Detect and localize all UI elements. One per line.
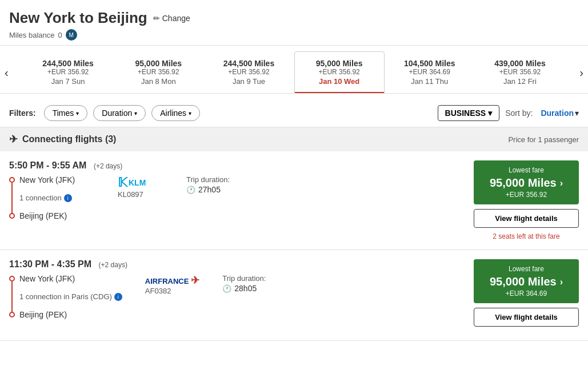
- connection-0: 1 connection i: [19, 194, 95, 202]
- times-filter-button[interactable]: Times ▾: [44, 105, 88, 121]
- duration-filter-button[interactable]: Duration ▾: [93, 105, 146, 121]
- klm-logo-0: 𝕂 KLM: [118, 175, 146, 190]
- sort-chevron-icon: ▾: [575, 108, 579, 118]
- route-left-1: New York (JFK) 1 connection in Paris (CD…: [9, 274, 122, 319]
- date-strip: 244,500 Miles +EUR 356.92 Jan 7 Sun 95,0…: [23, 51, 565, 93]
- view-details-button-0[interactable]: View flight details: [474, 209, 579, 228]
- route-column-1: New York (JFK) 1 connection in Paris (CD…: [9, 274, 465, 319]
- origin-dot-1: [9, 276, 15, 281]
- origin-city-0: New York (JFK): [19, 175, 95, 184]
- route-line-0: [11, 183, 13, 213]
- seats-left-0: 2 seats left at this fare: [493, 232, 559, 240]
- date-cell-2[interactable]: 244,500 Miles +EUR 356.92 Jan 9 Tue: [203, 51, 294, 93]
- connection-info-icon-1[interactable]: i: [114, 293, 122, 301]
- filters-bar: Filters: Times ▾ Duration ▾ Airlines ▾ B…: [0, 99, 588, 127]
- miles-balance-icon: M: [66, 29, 77, 41]
- duration-value-1: 🕐 28h05: [222, 284, 291, 293]
- page-title: New York to Beijing ✏ Change: [9, 9, 579, 27]
- results-header: ✈ Connecting flights (3) Price for 1 pas…: [0, 127, 588, 151]
- date-cell-3[interactable]: 95,000 Miles +EUR 356.92 Jan 10 Wed: [294, 51, 385, 93]
- cabin-chevron-icon: ▾: [488, 108, 492, 118]
- connection-1: 1 connection in Paris (CDG) i: [19, 292, 122, 301]
- origin-dot-0: [9, 177, 15, 183]
- flight-card-0: 5:50 PM - 9:55 AM (+2 days) New York (JF…: [0, 151, 588, 250]
- duration-chevron-icon: ▾: [134, 110, 137, 116]
- destination-city-1: Beijing (PEK): [19, 310, 122, 319]
- results-title: ✈ Connecting flights (3): [9, 133, 116, 146]
- sort-value: Duration: [541, 108, 574, 118]
- duration-value-0: 🕐 27h05: [186, 185, 255, 194]
- airline-col-1: AIRFRANCE ✈ AF0382: [134, 274, 211, 295]
- filters-label: Filters:: [9, 108, 36, 118]
- clock-icon-1: 🕐: [222, 284, 231, 293]
- clock-icon-0: 🕐: [186, 186, 195, 194]
- sort-dropdown[interactable]: Duration ▾: [538, 108, 579, 118]
- date-cell-5[interactable]: 439,000 Miles +EUR 356.92 Jan 12 Fri: [475, 51, 565, 93]
- flight-info-1: 11:30 PM - 4:35 PM (+2 days) New York (J…: [9, 259, 465, 331]
- duration-col-0: Trip duration: 🕐 27h05: [186, 175, 255, 194]
- fare-miles-0: 95,000 Miles ›: [483, 176, 570, 190]
- route-left-0: New York (JFK) 1 connection i Beijing (P…: [9, 175, 95, 220]
- cabin-class-button[interactable]: BUSINESS ▾: [438, 105, 500, 121]
- flight-info-0: 5:50 PM - 9:55 AM (+2 days) New York (JF…: [9, 160, 465, 240]
- fare-arrow-icon-0: ›: [560, 178, 563, 188]
- date-next-button[interactable]: ›: [575, 63, 588, 81]
- header: New York to Beijing ✏ Change Miles balan…: [0, 0, 588, 46]
- destination-city-0: Beijing (PEK): [19, 211, 95, 220]
- airlines-filter-button[interactable]: Airlines ▾: [151, 105, 200, 121]
- destination-dot-1: [9, 312, 15, 317]
- flight-card-1: 11:30 PM - 4:35 PM (+2 days) New York (J…: [0, 250, 588, 341]
- lowest-fare-button-1[interactable]: Lowest fare 95,000 Miles › +EUR 364.69: [474, 259, 579, 303]
- duration-col-1: Trip duration: 🕐 28h05: [222, 274, 291, 293]
- pencil-icon: ✏: [153, 14, 160, 23]
- klm-crown-icon: 𝕂: [118, 175, 127, 190]
- date-cell-1[interactable]: 95,000 Miles +EUR 356.92 Jan 8 Mon: [113, 51, 203, 93]
- origin-city-1: New York (JFK): [19, 274, 122, 283]
- airfrance-logo-1: AIRFRANCE ✈: [145, 274, 199, 287]
- connection-info-icon-0[interactable]: i: [64, 194, 72, 202]
- route-column-0: New York (JFK) 1 connection i Beijing (P…: [9, 175, 465, 220]
- miles-balance: Miles balance 0 M: [9, 29, 579, 41]
- date-prev-button[interactable]: ‹: [0, 63, 13, 81]
- airlines-chevron-icon: ▾: [189, 110, 191, 116]
- fare-arrow-icon-1: ›: [560, 277, 563, 287]
- flight-times-1: 11:30 PM - 4:35 PM (+2 days): [9, 259, 465, 270]
- date-strip-wrapper: ‹ 244,500 Miles +EUR 356.92 Jan 7 Sun 95…: [0, 51, 588, 94]
- fare-miles-1: 95,000 Miles ›: [483, 275, 570, 288]
- sort-label: Sort by:: [505, 108, 533, 118]
- route-line-1: [11, 281, 13, 312]
- airfrance-line-icon: ✈: [191, 275, 199, 286]
- price-note: Price for 1 passenger: [508, 135, 579, 144]
- change-button[interactable]: ✏ Change: [153, 14, 190, 23]
- lowest-fare-button-0[interactable]: Lowest fare 95,000 Miles › +EUR 356.92: [474, 160, 579, 204]
- price-box-1: Lowest fare 95,000 Miles › +EUR 364.69 V…: [465, 259, 579, 331]
- flight-times-0: 5:50 PM - 9:55 AM (+2 days): [9, 160, 465, 171]
- view-details-button-1[interactable]: View flight details: [474, 308, 579, 327]
- times-chevron-icon: ▾: [76, 110, 79, 116]
- price-box-0: Lowest fare 95,000 Miles › +EUR 356.92 V…: [465, 160, 579, 240]
- plane-icon: ✈: [9, 133, 18, 146]
- airline-col-0: 𝕂 KLM KL0897: [106, 175, 175, 199]
- flight-code-0: KL0897: [118, 190, 143, 199]
- date-cell-4[interactable]: 104,500 Miles +EUR 364.69 Jan 11 Thu: [385, 51, 475, 93]
- date-cell-0[interactable]: 244,500 Miles +EUR 356.92 Jan 7 Sun: [23, 51, 113, 93]
- flight-code-1: AF0382: [145, 287, 171, 295]
- destination-dot-0: [9, 213, 15, 219]
